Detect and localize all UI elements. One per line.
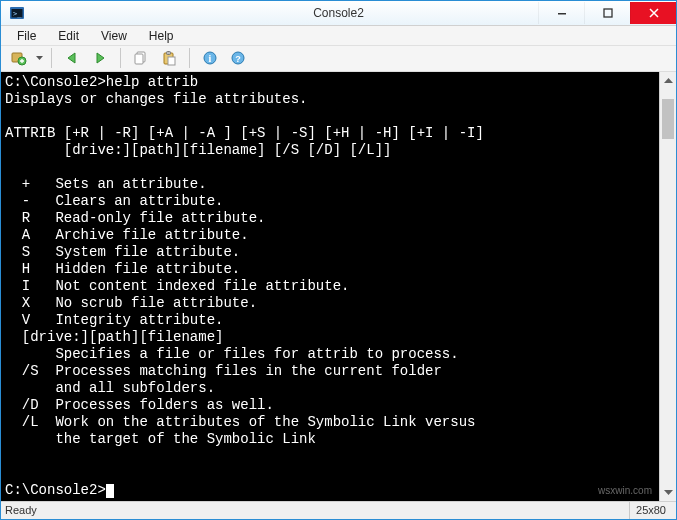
terminal-line: [drive:][path][filename] [5, 329, 655, 346]
terminal-line: R Read-only file attribute. [5, 210, 655, 227]
toolbar-separator [189, 48, 190, 68]
terminal[interactable]: C:\Console2>help attribDisplays or chang… [1, 72, 659, 501]
terminal-line: A Archive file attribute. [5, 227, 655, 244]
settings-button[interactable]: i [198, 47, 222, 69]
copy-button[interactable] [129, 47, 153, 69]
terminal-line: V Integrity attribute. [5, 312, 655, 329]
command-text: help attrib [106, 74, 198, 90]
minimize-button[interactable] [538, 2, 584, 24]
svg-rect-3 [558, 13, 566, 15]
scroll-down-button[interactable] [660, 484, 676, 501]
terminal-line: + Sets an attribute. [5, 176, 655, 193]
menu-file[interactable]: File [7, 27, 46, 45]
terminal-line: X No scrub file attribute. [5, 295, 655, 312]
prompt: C:\Console2> [5, 74, 106, 90]
help-button[interactable]: ? [226, 47, 250, 69]
prompt: C:\Console2> [5, 482, 106, 498]
close-button[interactable] [630, 2, 676, 24]
terminal-line: Displays or changes file attributes. [5, 91, 655, 108]
toolbar-separator [51, 48, 52, 68]
paste-button[interactable] [157, 47, 181, 69]
terminal-line: S System file attribute. [5, 244, 655, 261]
titlebar[interactable]: >_ Console2 [1, 1, 676, 26]
console-area: C:\Console2>help attribDisplays or chang… [1, 72, 676, 501]
menu-help[interactable]: Help [139, 27, 184, 45]
menu-edit[interactable]: Edit [48, 27, 89, 45]
svg-rect-10 [167, 52, 171, 55]
svg-text:>_: >_ [13, 10, 22, 18]
terminal-line: I Not content indexed file attribute. [5, 278, 655, 295]
next-tab-button[interactable] [88, 47, 112, 69]
status-dimensions: 25x80 [629, 502, 672, 520]
terminal-line: - Clears an attribute. [5, 193, 655, 210]
menu-view[interactable]: View [91, 27, 137, 45]
scroll-track[interactable] [660, 89, 676, 484]
new-tab-button[interactable] [7, 47, 31, 69]
cursor [106, 484, 114, 498]
window-controls [538, 2, 676, 24]
scroll-thumb[interactable] [662, 99, 674, 139]
svg-rect-4 [604, 9, 612, 17]
app-icon: >_ [9, 5, 25, 21]
svg-text:?: ? [235, 54, 241, 64]
app-window: >_ Console2 File Edit View Help [0, 0, 677, 520]
svg-text:i: i [209, 53, 212, 64]
new-tab-dropdown[interactable] [35, 47, 43, 69]
svg-rect-11 [168, 57, 175, 65]
toolbar: i ? [1, 46, 676, 71]
terminal-line: H Hidden file attribute. [5, 261, 655, 278]
status-text: Ready [5, 504, 37, 516]
toolbar-separator [120, 48, 121, 68]
maximize-button[interactable] [584, 2, 630, 24]
terminal-line: and all subfolders. [5, 380, 655, 397]
terminal-line: /L Work on the attributes of the Symboli… [5, 414, 655, 431]
statusbar: Ready 25x80 [1, 501, 676, 520]
terminal-line: /S Processes matching files in the curre… [5, 363, 655, 380]
scroll-up-button[interactable] [660, 72, 676, 89]
vertical-scrollbar[interactable] [659, 72, 676, 501]
terminal-line: the target of the Symbolic Link [5, 431, 655, 448]
prev-tab-button[interactable] [60, 47, 84, 69]
menubar: File Edit View Help [1, 26, 676, 46]
terminal-line: /D Processes folders as well. [5, 397, 655, 414]
terminal-line: Specifies a file or files for attrib to … [5, 346, 655, 363]
svg-rect-8 [135, 54, 143, 64]
terminal-line: ATTRIB [+R | -R] [+A | -A ] [+S | -S] [+… [5, 125, 655, 142]
terminal-line: [drive:][path][filename] [/S [/D] [/L]] [5, 142, 655, 159]
